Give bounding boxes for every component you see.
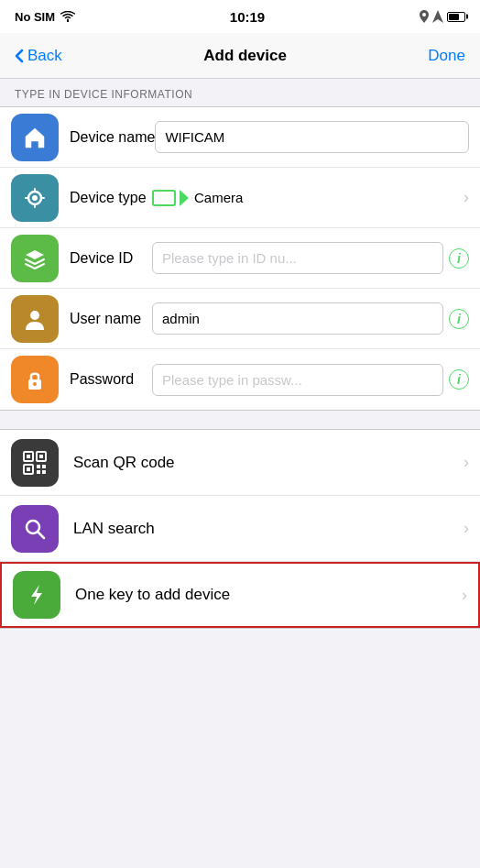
scan-qr-chevron: › <box>464 453 469 472</box>
device-type-chevron: › <box>464 188 469 207</box>
device-name-icon <box>11 114 59 161</box>
device-id-input[interactable] <box>152 242 443 274</box>
device-name-row: Device name <box>0 107 480 168</box>
svg-point-2 <box>32 195 38 201</box>
svg-point-5 <box>33 382 37 386</box>
password-help-icon[interactable]: i <box>449 369 469 390</box>
nav-bar: Back Add device Done <box>0 33 480 79</box>
device-name-label: Device name <box>70 129 155 146</box>
back-label: Back <box>27 47 62 65</box>
scan-qr-row[interactable]: Scan QR code › <box>0 430 480 496</box>
device-id-icon <box>11 235 59 282</box>
location-icon <box>420 10 429 23</box>
scan-qr-icon <box>11 439 59 487</box>
device-id-row: Device ID i <box>0 228 480 289</box>
lan-search-row[interactable]: LAN search › <box>0 496 480 562</box>
carrier-label: No SIM <box>15 10 55 24</box>
svg-rect-12 <box>37 465 40 468</box>
qr-code-icon <box>21 449 49 477</box>
back-chevron-icon <box>15 49 24 63</box>
svg-rect-9 <box>39 455 43 458</box>
svg-rect-11 <box>27 467 30 471</box>
home-icon <box>22 125 48 150</box>
svg-rect-15 <box>42 470 46 474</box>
device-type-label: Device type <box>70 190 152 206</box>
action-section: Scan QR code › LAN search › One key to a… <box>0 429 480 629</box>
wifi-icon <box>60 11 75 22</box>
bolt-icon <box>24 582 49 608</box>
lan-search-icon <box>11 505 59 553</box>
status-left: No SIM <box>15 10 75 24</box>
svg-rect-7 <box>27 455 30 458</box>
device-type-row[interactable]: Device type Camera › <box>0 168 480 228</box>
device-id-label: Device ID <box>70 250 152 267</box>
layers-icon <box>22 246 48 271</box>
svg-rect-14 <box>37 470 40 474</box>
password-label: Password <box>70 371 152 388</box>
status-time: 10:19 <box>230 9 265 25</box>
lock-icon <box>22 367 48 392</box>
device-name-input[interactable] <box>155 121 469 153</box>
camera-type-icon <box>152 190 189 206</box>
svg-point-0 <box>422 13 426 16</box>
user-name-help-icon[interactable]: i <box>449 309 469 329</box>
page-title: Add device <box>203 47 287 65</box>
back-button[interactable]: Back <box>15 47 62 65</box>
one-key-row[interactable]: One key to add device › <box>0 562 480 628</box>
one-key-chevron: › <box>462 586 467 605</box>
scan-qr-label: Scan QR code <box>73 454 458 472</box>
user-name-row: User name i <box>0 289 480 349</box>
search-icon <box>22 516 48 542</box>
password-icon <box>11 356 59 403</box>
person-icon <box>22 306 48 332</box>
svg-point-3 <box>30 311 39 320</box>
user-name-label: User name <box>70 311 152 327</box>
navigation-icon <box>432 10 443 23</box>
one-key-icon <box>13 571 60 619</box>
svg-rect-13 <box>42 465 46 468</box>
device-type-text: Camera <box>194 190 243 205</box>
password-row: Password i <box>0 349 480 410</box>
user-name-input[interactable] <box>152 302 443 335</box>
device-id-help-icon[interactable]: i <box>449 248 469 269</box>
form-section: Device name Device type Camera › <box>0 106 480 411</box>
user-name-icon <box>11 295 59 343</box>
camera-home-icon <box>22 185 48 211</box>
lan-search-chevron: › <box>464 519 469 538</box>
lan-search-label: LAN search <box>73 520 458 538</box>
device-type-value: Camera <box>152 190 458 206</box>
section-header: TYPE IN DEVICE INFORMATION <box>0 79 480 106</box>
one-key-label: One key to add device <box>75 586 456 604</box>
battery-icon <box>447 12 465 22</box>
password-input[interactable] <box>152 364 443 396</box>
device-type-icon <box>11 174 59 222</box>
done-button[interactable]: Done <box>428 47 465 65</box>
status-right <box>420 10 465 23</box>
status-bar: No SIM 10:19 <box>0 0 480 33</box>
